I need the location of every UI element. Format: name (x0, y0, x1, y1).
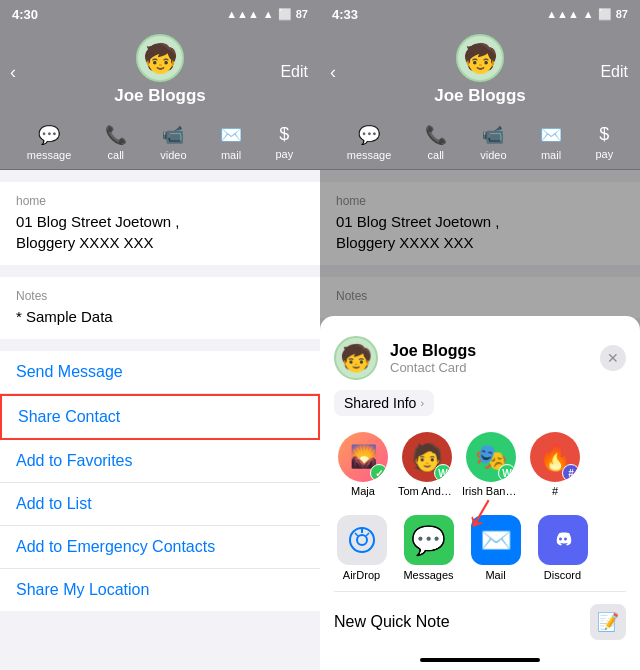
mail-icon: ✉️ (220, 124, 242, 146)
airdrop-label: AirDrop (343, 569, 380, 581)
quick-note-icon: 📝 (590, 604, 626, 640)
wifi-icon: ▲ (263, 8, 274, 20)
left-address-value: 01 Blog Street Joetown ,Bloggery XXXX XX… (16, 211, 304, 253)
right-message-icon: 💬 (358, 124, 380, 146)
right-action-call[interactable]: 📞 call (425, 124, 447, 161)
svg-point-1 (357, 535, 367, 545)
left-status-icons: ▲▲▲ ▲ ⬜ 87 (226, 8, 308, 21)
discord-icon (538, 515, 588, 565)
right-status-bar: 4:33 ▲▲▲ ▲ ⬜ 87 (320, 0, 640, 28)
left-notes-label: Notes (16, 289, 304, 303)
share-subtitle: Contact Card (390, 360, 588, 375)
action-video[interactable]: 📹 video (160, 124, 186, 161)
left-action-bar: 💬 message 📞 call 📹 video ✉️ mail $ pay (0, 116, 320, 170)
right-pay-icon: $ (599, 124, 609, 145)
right-action-bar: 💬 message 📞 call 📹 video ✉️ mail $ pay (320, 116, 640, 170)
home-indicator (420, 658, 540, 662)
action-message[interactable]: 💬 message (27, 124, 72, 161)
left-contact-header: ‹ 🧒 Joe Bloggs Edit (0, 28, 320, 116)
left-status-bar: 4:30 ▲▲▲ ▲ ⬜ 87 (0, 0, 320, 28)
right-battery-icon: ⬜ (598, 8, 612, 21)
messages-app-icon: 💬 (404, 515, 454, 565)
share-avatar: 🧒 (334, 336, 378, 380)
shared-info-button[interactable]: Shared Info › (334, 390, 434, 416)
menu-add-favorites[interactable]: Add to Favorites (0, 440, 320, 483)
quick-note-label: New Quick Note (334, 613, 450, 631)
right-call-icon: 📞 (425, 124, 447, 146)
left-address-section: home 01 Blog Street Joetown ,Bloggery XX… (0, 182, 320, 265)
right-contact-header: ‹ 🧒 Joe Bloggs Edit (320, 28, 640, 116)
right-avatar: 🧒 (456, 34, 504, 82)
contact-thumb-hash[interactable]: 🔥 # # (526, 432, 584, 497)
right-back-button[interactable]: ‹ (330, 62, 336, 83)
video-icon: 📹 (162, 124, 184, 146)
share-close-button[interactable]: ✕ (600, 345, 626, 371)
action-mail[interactable]: ✉️ mail (220, 124, 242, 161)
irish-badge: W (498, 464, 516, 482)
hash-avatar: 🔥 # (530, 432, 580, 482)
menu-send-message[interactable]: Send Message (0, 351, 320, 394)
call-icon: 📞 (105, 124, 127, 146)
right-contact-name: Joe Bloggs (434, 86, 526, 106)
left-panel: 4:30 ▲▲▲ ▲ ⬜ 87 ‹ 🧒 Joe Bloggs Edit 💬 me… (0, 0, 320, 670)
left-back-button[interactable]: ‹ (10, 62, 16, 83)
left-edit-button[interactable]: Edit (280, 63, 308, 81)
airdrop-icon (337, 515, 387, 565)
right-panel: 4:33 ▲▲▲ ▲ ⬜ 87 ‹ 🧒 Joe Bloggs Edit 💬 me… (320, 0, 640, 670)
messages-label: Messages (403, 569, 453, 581)
left-menu-section: Send Message Share Contact Add to Favori… (0, 351, 320, 611)
right-action-message[interactable]: 💬 message (347, 124, 392, 161)
menu-share-location[interactable]: Share My Location (0, 569, 320, 611)
contact-thumb-maja[interactable]: 🌄 ✓ Maja (334, 432, 392, 497)
right-action-video[interactable]: 📹 video (480, 124, 506, 161)
right-action-pay[interactable]: $ pay (595, 124, 613, 161)
quick-note-row[interactable]: New Quick Note 📝 (320, 592, 640, 652)
contact-thumb-tom[interactable]: 🧑 W Tom Anderson (398, 432, 456, 497)
left-time: 4:30 (12, 7, 38, 22)
right-video-icon: 📹 (482, 124, 504, 146)
right-content-wrapper: home 01 Blog Street Joetown ,Bloggery XX… (320, 170, 640, 670)
shared-info-label: Shared Info (344, 395, 416, 411)
right-time: 4:33 (332, 7, 358, 22)
app-airdrop[interactable]: AirDrop (334, 515, 389, 581)
pay-icon: $ (279, 124, 289, 145)
irish-avatar: 🎭 W (466, 432, 516, 482)
maja-avatar: 🌄 ✓ (338, 432, 388, 482)
left-address-label: home (16, 194, 304, 208)
right-action-mail[interactable]: ✉️ mail (540, 124, 562, 161)
hash-name: # (552, 485, 558, 497)
right-signal-icon: ▲▲▲ (546, 8, 579, 20)
right-mail-icon: ✉️ (540, 124, 562, 146)
tom-avatar: 🧑 W (402, 432, 452, 482)
left-avatar: 🧒 (136, 34, 184, 82)
left-content-area: home 01 Blog Street Joetown ,Bloggery XX… (0, 170, 320, 670)
menu-share-contact[interactable]: Share Contact (0, 394, 320, 440)
tom-badge: W (434, 464, 452, 482)
chevron-right-icon: › (420, 397, 424, 409)
right-edit-button[interactable]: Edit (600, 63, 628, 81)
share-contact-name: Joe Bloggs (390, 342, 588, 360)
right-battery-pct: 87 (616, 8, 628, 20)
tom-name: Tom Anderson (398, 485, 456, 497)
battery-pct: 87 (296, 8, 308, 20)
signal-icon: ▲▲▲ (226, 8, 259, 20)
maja-name: Maja (351, 485, 375, 497)
app-discord[interactable]: Discord (535, 515, 590, 581)
left-contact-name: Joe Bloggs (114, 86, 206, 106)
menu-add-list[interactable]: Add to List (0, 483, 320, 526)
battery-icon: ⬜ (278, 8, 292, 21)
message-icon: 💬 (38, 124, 60, 146)
right-status-icons: ▲▲▲ ▲ ⬜ 87 (546, 8, 628, 21)
right-wifi-icon: ▲ (583, 8, 594, 20)
discord-label: Discord (544, 569, 581, 581)
share-info: Joe Bloggs Contact Card (390, 342, 588, 375)
share-contact-row: 🧒 Joe Bloggs Contact Card ✕ (320, 326, 640, 390)
hash-badge: # (562, 464, 580, 482)
left-notes-section: Notes * Sample Data (0, 277, 320, 339)
left-notes-value: * Sample Data (16, 306, 304, 327)
menu-add-emergency[interactable]: Add to Emergency Contacts (0, 526, 320, 569)
mail-label: Mail (485, 569, 505, 581)
action-call[interactable]: 📞 call (105, 124, 127, 161)
action-pay[interactable]: $ pay (275, 124, 293, 161)
app-messages[interactable]: 💬 Messages (401, 515, 456, 581)
